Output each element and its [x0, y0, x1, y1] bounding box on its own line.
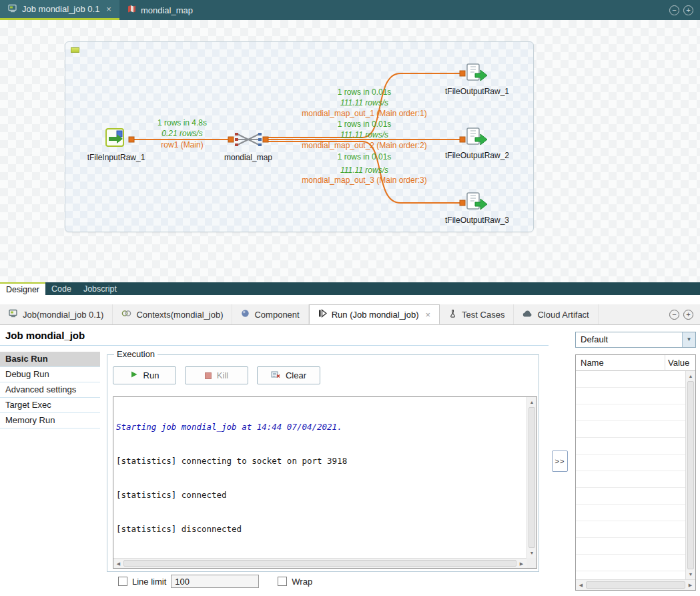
- sidebar-item-memory-run[interactable]: Memory Run: [0, 413, 100, 428]
- scroll-left-icon[interactable]: ◀: [113, 559, 123, 568]
- minimize-icon[interactable]: −: [669, 5, 679, 15]
- button-label: Run: [143, 370, 159, 380]
- context-variables-table: Name Value ▲ ▼ ◀ ▶: [575, 354, 696, 591]
- tab-label: Cloud Artifact: [537, 310, 589, 320]
- tab-label: Run (Job mondial_job): [332, 310, 419, 320]
- run-icon: [318, 309, 327, 320]
- link-out2-rows: 1 rows in 0.01s: [338, 119, 392, 129]
- scroll-right-icon[interactable]: ▶: [516, 559, 527, 568]
- component-tfileoutputraw-3[interactable]: tFileOutputRaw_3: [437, 192, 517, 225]
- scrollbar-corner: [527, 558, 537, 568]
- tab-contexts-view[interactable]: Contexts(mondial_job): [113, 304, 232, 324]
- column-header-name: Name: [581, 358, 604, 368]
- console-line: [statistics] connected: [116, 489, 525, 501]
- clear-button[interactable]: Clear: [257, 366, 320, 384]
- tab-component-view[interactable]: Component: [232, 304, 308, 324]
- tab-label: Jobscript: [83, 284, 117, 294]
- sidebar-item-target-exec[interactable]: Target Exec: [0, 398, 100, 413]
- wrap-checkbox[interactable]: [278, 577, 287, 586]
- subjob-note-icon: [71, 47, 79, 53]
- maximize-icon[interactable]: +: [683, 310, 693, 320]
- tab-cloud-artifact[interactable]: Cloud Artifact: [514, 304, 598, 324]
- expand-panel-button[interactable]: >>: [552, 451, 568, 472]
- design-canvas[interactable]: 1 rows in 4.8s 0.21 rows/s row1 (Main) 1…: [0, 20, 700, 282]
- console-line: Starting job mondial_job at 14:44 07/04/…: [116, 421, 525, 432]
- component-label: tFileOutputRaw_2: [445, 151, 509, 160]
- close-icon[interactable]: ×: [106, 4, 111, 14]
- minimize-icon[interactable]: −: [669, 310, 679, 320]
- link-row1-rows: 1 rows in 4.8s: [157, 118, 207, 127]
- map-icon: [127, 5, 136, 15]
- context-dropdown[interactable]: Default ▼: [575, 332, 696, 348]
- component-tfileoutputraw-1[interactable]: tFileOutputRaw_1: [437, 63, 517, 96]
- component-tfileinputraw-1[interactable]: tFileInputRaw_1: [76, 127, 156, 162]
- test-cases-icon: [448, 309, 457, 320]
- maximize-icon[interactable]: +: [683, 5, 693, 15]
- line-limit-label: Line limit: [132, 577, 166, 587]
- play-icon: [130, 370, 138, 380]
- component-mondial-map[interactable]: mondial_map: [208, 130, 288, 162]
- cloud-artifact-icon: [522, 310, 533, 320]
- chevron-down-icon[interactable]: ▼: [682, 332, 695, 347]
- tab-label: Job(mondial_job 0.1): [23, 310, 103, 320]
- console-vertical-scrollbar[interactable]: ▲ ▼: [527, 397, 537, 558]
- component-label: tFileInputRaw_1: [87, 153, 145, 162]
- tab-jobscript[interactable]: Jobscript: [77, 282, 123, 295]
- link-out1-name: mondial_map_out_1 (Main order:1): [302, 109, 426, 118]
- editor-tab-bar: Job mondial_job 0.1 × mondial_map − +: [0, 0, 700, 20]
- tab-code[interactable]: Code: [45, 282, 77, 295]
- tab-designer[interactable]: Designer: [0, 282, 45, 295]
- tab-job-mondial-job[interactable]: Job mondial_job 0.1 ×: [0, 0, 119, 20]
- tab-label: Designer: [6, 285, 39, 294]
- sidebar-item-advanced-settings[interactable]: Advanced settings: [0, 382, 100, 398]
- file-output-icon: [466, 63, 488, 85]
- scrollbar-thumb[interactable]: [529, 407, 535, 548]
- tab-mondial-map[interactable]: mondial_map: [119, 0, 201, 20]
- scrollbar-thumb[interactable]: [123, 560, 516, 567]
- console-line: [statistics] connecting to socket on por…: [116, 455, 525, 467]
- component-icon: [241, 309, 250, 320]
- sidebar-item-basic-run[interactable]: Basic Run: [0, 352, 100, 367]
- execution-console: Starting job mondial_job at 14:44 07/04/…: [113, 396, 537, 569]
- context-dropdown-value: Default: [581, 334, 608, 344]
- title-divider: [0, 345, 549, 346]
- scroll-left-icon[interactable]: ◀: [576, 580, 586, 590]
- tab-job-view[interactable]: Job(mondial_job 0.1): [0, 304, 113, 324]
- tab-label: Test Cases: [462, 310, 504, 320]
- tab-test-cases[interactable]: Test Cases: [440, 304, 514, 324]
- run-sidebar: Basic Run Debug Run Advanced settings Ta…: [0, 352, 100, 428]
- link-out3-rate: 111.11 rows/s: [340, 166, 388, 175]
- scroll-up-icon[interactable]: ▲: [686, 371, 695, 381]
- stop-icon: [205, 372, 212, 379]
- kill-button[interactable]: Kill: [185, 366, 248, 384]
- file-output-icon: [466, 127, 488, 149]
- scroll-down-icon[interactable]: ▼: [686, 569, 695, 579]
- component-label: tFileOutputRaw_3: [445, 216, 509, 225]
- scroll-up-icon[interactable]: ▲: [527, 397, 537, 407]
- close-icon[interactable]: ×: [426, 310, 431, 320]
- scrollbar-thumb[interactable]: [586, 581, 685, 589]
- console-horizontal-scrollbar[interactable]: ◀ ▶: [113, 558, 527, 568]
- link-row1-rate: 0.21 rows/s: [161, 129, 202, 138]
- scrollbar-thumb[interactable]: [687, 381, 694, 569]
- execution-buttons: Run Kill Clear: [113, 366, 320, 384]
- panel-window-controls: − +: [669, 304, 700, 324]
- table-vertical-scrollbar[interactable]: ▲ ▼: [685, 371, 695, 579]
- link-out3-rows: 1 rows in 0.01s: [338, 152, 392, 162]
- sidebar-item-debug-run[interactable]: Debug Run: [0, 367, 100, 382]
- scroll-right-icon[interactable]: ▶: [685, 580, 695, 590]
- tab-label: Job mondial_job 0.1: [22, 4, 99, 14]
- table-rows: [576, 371, 685, 579]
- line-limit-checkbox[interactable]: [118, 577, 127, 586]
- console-line: [statistics] disconnected: [116, 523, 525, 535]
- run-button[interactable]: Run: [113, 366, 176, 384]
- component-tfileoutputraw-2[interactable]: tFileOutputRaw_2: [437, 127, 517, 160]
- tab-run-view[interactable]: Run (Job mondial_job) ×: [309, 304, 440, 324]
- table-horizontal-scrollbar[interactable]: ◀ ▶: [576, 579, 695, 590]
- line-limit-input[interactable]: [171, 575, 259, 588]
- column-header-value: Value: [668, 358, 689, 368]
- contexts-icon: [121, 309, 131, 320]
- link-out1-rate: 111.11 rows/s: [340, 98, 388, 107]
- scroll-down-icon[interactable]: ▼: [527, 548, 537, 558]
- link-out3-name: mondial_map_out_3 (Main order:3): [302, 176, 426, 185]
